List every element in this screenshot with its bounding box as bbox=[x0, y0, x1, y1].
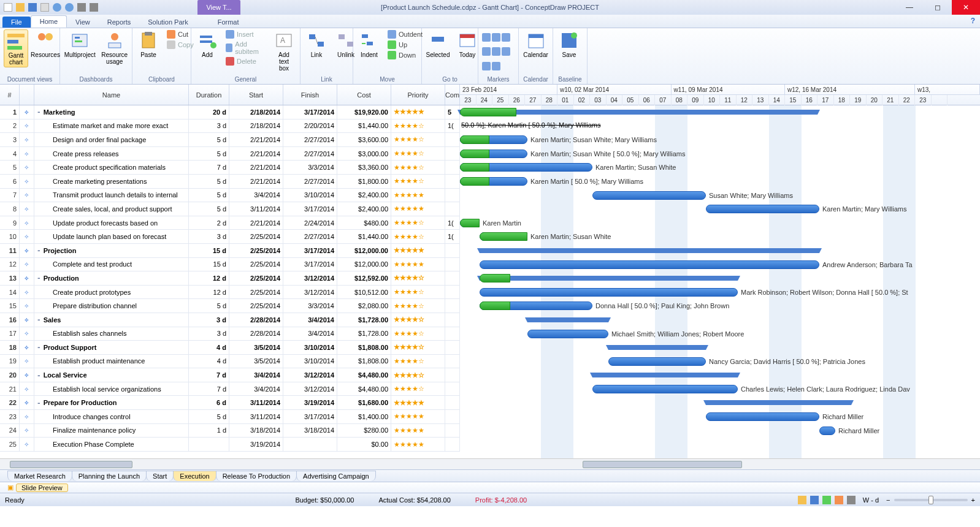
task-grid[interactable]: 1⟡-Marketing20 d2/18/20143/17/2014$19,92… bbox=[0, 105, 460, 452]
finish-cell[interactable]: 3/3/2014 bbox=[283, 161, 337, 174]
summary-bar[interactable] bbox=[480, 276, 738, 281]
finish-cell[interactable]: 3/17/2014 bbox=[283, 105, 337, 119]
tab-reports[interactable]: Reports bbox=[99, 17, 140, 28]
expand-icon[interactable]: - bbox=[37, 371, 41, 379]
start-cell[interactable]: 2/25/2014 bbox=[229, 299, 283, 313]
gantt-row[interactable]: Nancy Garcia; David Harris [ 50.0 %]; Pa… bbox=[460, 355, 980, 369]
priority-cell[interactable]: ★★★★☆ bbox=[391, 341, 445, 354]
table-row[interactable]: 19⟡Establish product maintenance4 d3/5/2… bbox=[0, 355, 460, 369]
marker-icon[interactable] bbox=[482, 33, 491, 42]
complete-cell[interactable] bbox=[445, 244, 460, 257]
complete-cell[interactable] bbox=[445, 341, 460, 354]
cost-cell[interactable]: $12,592.00 bbox=[337, 271, 391, 285]
summary-bar[interactable] bbox=[608, 345, 706, 350]
outdent-button[interactable]: Outdent bbox=[386, 29, 424, 39]
marker-icon[interactable] bbox=[482, 47, 491, 56]
table-row[interactable]: 17⟡Establish sales channels3 d2/28/20143… bbox=[0, 327, 460, 341]
finish-cell[interactable]: 3/10/2014 bbox=[283, 189, 337, 202]
task-bar[interactable]: Charles Lewis; Helen Clark; Laura Rodrig… bbox=[592, 385, 738, 393]
duration-cell[interactable]: 1 d bbox=[189, 424, 229, 438]
duration-cell[interactable]: 5 d bbox=[189, 202, 229, 216]
priority-cell[interactable]: ★★★★★ bbox=[391, 244, 445, 257]
marker-icon[interactable] bbox=[492, 47, 500, 56]
marker-icon[interactable] bbox=[502, 47, 510, 56]
duration-cell[interactable]: 5 d bbox=[189, 410, 229, 423]
cost-cell[interactable]: $3,600.00 bbox=[337, 133, 391, 146]
start-cell[interactable]: 3/4/2014 bbox=[229, 382, 283, 396]
task-name-cell[interactable]: Create product specification materials bbox=[34, 161, 189, 174]
complete-cell[interactable] bbox=[445, 355, 460, 368]
complete-cell[interactable] bbox=[445, 410, 460, 423]
priority-cell[interactable]: ★★★★☆ bbox=[391, 271, 445, 285]
gantt-row[interactable] bbox=[460, 105, 980, 119]
start-cell[interactable]: 2/25/2014 bbox=[229, 286, 283, 299]
start-cell[interactable]: 3/11/2014 bbox=[229, 202, 283, 216]
zoom-out-button[interactable]: − bbox=[886, 496, 890, 504]
summary-bar[interactable] bbox=[592, 373, 738, 377]
task-name-cell[interactable]: Establish local service organizations bbox=[34, 382, 189, 396]
gantt-row[interactable] bbox=[460, 438, 980, 452]
cost-cell[interactable]: $2,400.00 bbox=[337, 202, 391, 216]
complete-cell[interactable] bbox=[445, 438, 460, 451]
undo-icon[interactable] bbox=[53, 3, 61, 12]
finish-cell[interactable]: 3/4/2014 bbox=[283, 327, 337, 341]
file-menu[interactable]: File bbox=[2, 17, 31, 28]
complete-cell[interactable] bbox=[445, 368, 460, 382]
marker-icon[interactable] bbox=[492, 62, 500, 70]
task-name-cell[interactable]: Create product prototypes bbox=[34, 286, 189, 299]
cost-cell[interactable]: $0.00 bbox=[337, 438, 391, 451]
calendar-button[interactable]: Calendar bbox=[523, 29, 549, 59]
start-cell[interactable]: 3/5/2014 bbox=[229, 341, 283, 354]
priority-cell[interactable]: ★★★★☆ bbox=[391, 161, 445, 174]
complete-cell[interactable] bbox=[445, 189, 460, 202]
preview-icon[interactable] bbox=[90, 3, 98, 12]
cost-cell[interactable]: $3,000.00 bbox=[337, 147, 391, 161]
gantt-row[interactable]: Susan White; Mary Williams bbox=[460, 189, 980, 203]
start-cell[interactable]: 2/21/2014 bbox=[229, 161, 283, 174]
duration-cell[interactable]: 2 d bbox=[189, 216, 229, 230]
resources-button[interactable]: Resources bbox=[33, 29, 58, 59]
resource-usage-button[interactable]: Resource usage bbox=[101, 29, 128, 66]
finish-cell[interactable]: 3/17/2014 bbox=[283, 258, 337, 271]
print-icon[interactable] bbox=[77, 3, 86, 12]
priority-cell[interactable]: ★★★★☆ bbox=[391, 119, 445, 133]
task-name-cell[interactable]: -Local Service bbox=[34, 368, 189, 382]
col-duration[interactable]: Duration bbox=[189, 85, 229, 105]
priority-cell[interactable]: ★★★★★ bbox=[391, 202, 445, 216]
task-name-cell[interactable]: Finalize maintenance policy bbox=[34, 424, 189, 438]
gantt-row[interactable] bbox=[460, 341, 980, 355]
duration-cell[interactable]: 4 d bbox=[189, 355, 229, 368]
complete-cell[interactable] bbox=[445, 161, 460, 174]
indent-button[interactable]: Indent bbox=[357, 29, 381, 59]
table-row[interactable]: 9⟡Update product forecasts based on2 d2/… bbox=[0, 216, 460, 230]
finish-cell[interactable]: 3/17/2014 bbox=[283, 202, 337, 216]
complete-cell[interactable] bbox=[445, 299, 460, 313]
priority-cell[interactable]: ★★★★☆ bbox=[391, 286, 445, 299]
cost-cell[interactable]: $1,680.00 bbox=[337, 396, 391, 409]
start-cell[interactable]: 2/25/2014 bbox=[229, 258, 283, 271]
finish-cell[interactable]: 3/17/2014 bbox=[283, 244, 337, 257]
task-name-cell[interactable]: Create press releases bbox=[34, 147, 189, 161]
finish-cell[interactable]: 3/12/2014 bbox=[283, 286, 337, 299]
start-cell[interactable]: 2/21/2014 bbox=[229, 133, 283, 146]
delete-button[interactable]: Delete bbox=[224, 56, 267, 66]
complete-cell[interactable]: 1( bbox=[445, 119, 460, 133]
table-row[interactable]: 11⟡-Projection15 d2/25/20143/17/2014$12,… bbox=[0, 244, 460, 258]
table-row[interactable]: 4⟡Create press releases5 d2/21/20142/27/… bbox=[0, 147, 460, 161]
close-button[interactable]: ✕ bbox=[952, 0, 980, 15]
task-name-cell[interactable]: Execution Phase Complete bbox=[34, 438, 189, 451]
task-name-cell[interactable]: Establish product maintenance bbox=[34, 355, 189, 368]
priority-cell[interactable]: ★★★★☆ bbox=[391, 382, 445, 396]
sheet-tab[interactable]: Release To Production bbox=[216, 471, 297, 481]
gantt-row[interactable] bbox=[460, 244, 980, 258]
complete-cell[interactable] bbox=[445, 313, 460, 327]
priority-cell[interactable]: ★★★★★ bbox=[391, 396, 445, 409]
finish-cell[interactable]: 3/19/2014 bbox=[283, 396, 337, 409]
finish-cell[interactable] bbox=[283, 438, 337, 451]
cost-cell[interactable]: $19,920.00 bbox=[337, 105, 391, 119]
cost-cell[interactable]: $1,400.00 bbox=[337, 410, 391, 423]
zoom-in-button[interactable]: + bbox=[971, 496, 975, 504]
task-bar[interactable]: Michael Smith; William Jones; Robert Moo… bbox=[527, 330, 608, 338]
complete-cell[interactable]: 1( bbox=[445, 230, 460, 243]
duration-cell[interactable]: 12 d bbox=[189, 286, 229, 299]
